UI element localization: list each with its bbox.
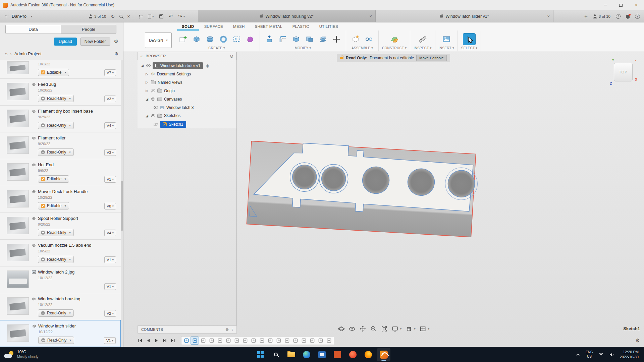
item-thumbnail[interactable] [7,244,29,261]
version-dropdown[interactable]: V1 ▾ [104,176,116,183]
ribbon-tab-sheet-metal[interactable]: SHEET METAL [250,22,287,31]
design-canvas[interactable]: Read-Only: Document is not editable Make… [123,51,644,347]
zoom-icon[interactable] [370,325,377,332]
expand-icon[interactable]: ◢ [145,97,149,101]
new-folder-button[interactable]: New Folder [80,38,110,46]
tab-people[interactable]: People [61,25,116,34]
upload-button[interactable]: Upload [54,38,77,46]
browser-node-origin[interactable]: ▷ Origin [138,86,236,95]
orbit-icon[interactable] [338,325,345,332]
pattern-icon[interactable] [231,34,243,45]
data-panel-item[interactable]: Hot End 9/6/22 Editable ▾ V1 ▾ [0,159,121,186]
ribbon-tab-surface[interactable]: SURFACE [200,22,228,31]
data-panel-item[interactable]: Vacuum nozzle 1.5 abs end 10/5/22 Read-O… [0,240,121,266]
timeline-feature-icon[interactable] [182,337,190,344]
expand-icon[interactable]: ▷ [145,72,149,76]
activate-component-radio[interactable]: ◉ [206,63,209,68]
timeline-feature-icon[interactable] [291,337,299,344]
timeline-feature-icon[interactable] [317,337,324,344]
version-dropdown[interactable]: V1 ▾ [104,283,116,290]
item-thumbnail[interactable] [7,163,29,181]
view-cube-top-face[interactable]: TOP [614,63,633,81]
search-icon[interactable] [119,15,122,18]
data-panel-item[interactable]: Spool Roller Support 9/20/22 Read-Only ▾… [0,213,121,240]
volume-icon[interactable] [609,352,614,357]
data-panel-item[interactable]: Window latch housing 10/12/22 Read-Only … [0,293,121,320]
close-tab-icon[interactable]: × [369,14,372,19]
item-thumbnail[interactable] [7,297,29,315]
status-dropdown[interactable]: Read-Only ▾ [38,148,74,156]
version-dropdown[interactable]: V3 ▾ [104,96,116,102]
go-to-beginning-button[interactable] [138,338,143,343]
show-data-panel-icon[interactable] [138,14,143,18]
document-tab-window-latch-slider[interactable]: Window latch slider v1* × [376,10,553,22]
go-to-end-button[interactable] [170,338,175,343]
browser-node-window-latch-3[interactable]: Window latch 3 [138,103,236,112]
file-menu-button[interactable]: ▾ [148,14,154,18]
measure-icon[interactable] [417,34,429,45]
status-dropdown[interactable]: Read-Only ▾ [38,256,74,263]
job-status-icon[interactable] [616,14,621,19]
browser-node-sketches[interactable]: ◢ Sketches [138,112,236,120]
pan-icon[interactable] [360,325,366,332]
timeline-feature-icon[interactable] [199,337,207,344]
expand-icon[interactable]: ◢ [140,64,144,67]
item-thumbnail[interactable] [7,190,29,207]
project-name[interactable]: Admin Project [14,51,42,56]
file-explorer-icon[interactable] [284,348,298,361]
status-dropdown[interactable]: Read-Only ▾ [38,95,74,102]
minimize-button[interactable] [598,0,613,10]
browser-node-named-views[interactable]: ▷ Named Views [138,78,236,86]
item-thumbnail[interactable] [7,217,29,234]
maximize-button[interactable] [613,0,629,10]
timeline-settings-gear-icon[interactable]: ⚙ [636,338,640,344]
timeline-feature-icon[interactable] [275,337,282,344]
close-tab-icon[interactable]: × [547,14,550,19]
insert-canvas-icon[interactable] [440,34,452,45]
version-dropdown[interactable]: V4 ▾ [104,230,116,236]
make-editable-button[interactable]: Make Editable [416,55,447,61]
browser-header[interactable]: « BROWSER ⊖ [138,52,236,60]
fillet-icon[interactable] [277,34,289,45]
version-dropdown[interactable]: V8 ▾ [104,203,116,209]
firefox-icon[interactable] [362,348,375,361]
weather-widget[interactable]: 10°C Mostly cloudy [0,350,74,359]
expand-icon[interactable]: ◢ [145,114,149,118]
data-panel-item[interactable]: 10/1/22 Editable ▾ V7 ▾ [0,60,121,79]
shell-icon[interactable] [290,34,302,45]
status-dropdown[interactable]: Editable ▾ [38,175,69,183]
item-thumbnail[interactable] [7,110,29,127]
visibility-eye-icon[interactable] [151,98,155,101]
version-dropdown[interactable]: V1 ▾ [104,337,116,344]
form-icon[interactable] [244,34,256,45]
grid-icon[interactable]: ▾ [406,325,416,332]
ribbon-tab-plastic[interactable]: PLASTIC [288,22,314,31]
timeline-feature-icon[interactable] [308,337,316,344]
group-dropdown-icon[interactable]: ▾ [309,46,311,50]
status-dropdown[interactable]: Read-Only ▾ [38,337,74,344]
document-tab-window-latch-housing[interactable]: Window latch housing v2* × [198,10,376,22]
apps-grid-icon[interactable] [4,14,8,18]
timeline-feature-icon[interactable] [208,337,215,344]
save-icon[interactable] [159,14,163,18]
data-panel-item[interactable]: Feed Jug 10/28/22 Read-Only ▾ V3 ▾ [0,79,121,106]
status-dropdown[interactable]: Editable ▾ [38,202,69,209]
timeline-feature-icon[interactable] [224,337,232,344]
item-thumbnail[interactable] [7,324,29,342]
status-dropdown[interactable]: Read-Only ▾ [38,309,74,317]
ribbon-tab-utilities[interactable]: UTILITIES [315,22,343,31]
data-panel-item[interactable]: Mower Deck Lock Handle 10/29/22 Editable… [0,186,121,213]
tab-data[interactable]: Data [6,25,61,34]
refresh-icon[interactable]: ↻ [111,14,115,19]
joint-icon[interactable] [363,34,375,45]
select-tool-icon[interactable] [463,34,475,45]
timeline-feature-icon[interactable] [250,337,257,344]
torus-icon[interactable] [217,34,229,45]
data-panel-item[interactable]: Filament dry box Insert base 9/29/22 Rea… [0,106,121,132]
visibility-eye-icon[interactable] [146,64,151,67]
timeline-feature-icon[interactable] [216,337,224,344]
group-dropdown-icon[interactable]: ▾ [405,46,407,50]
app-red-icon[interactable] [346,348,360,361]
press-pull-icon[interactable] [263,34,275,45]
ribbon-tab-solid[interactable]: SOLID [177,22,199,31]
